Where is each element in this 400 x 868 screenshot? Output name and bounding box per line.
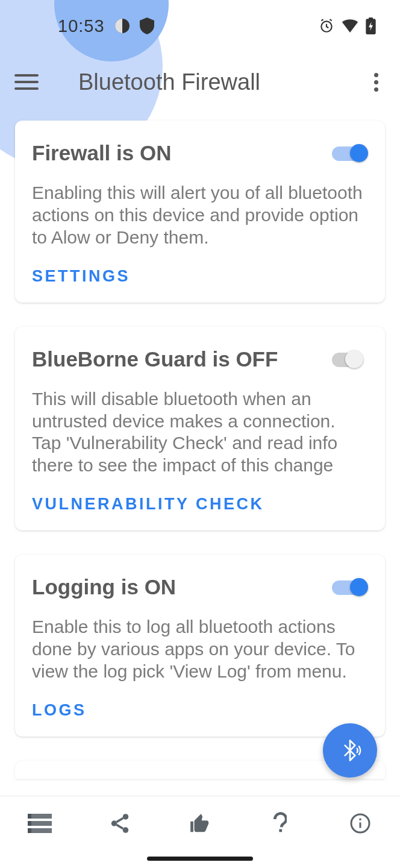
status-time: 10:53 [58, 16, 105, 36]
list-icon [28, 814, 52, 833]
svg-rect-7 [28, 814, 31, 819]
blueborne-title: BlueBorne Guard is OFF [32, 347, 278, 371]
bluetooth-icon [338, 738, 362, 763]
alarm-icon [319, 18, 334, 34]
battery-icon [366, 17, 376, 34]
firewall-toggle[interactable] [332, 144, 368, 162]
home-indicator[interactable] [147, 857, 253, 861]
app-title: Bluetooth Firewall [78, 69, 260, 95]
logging-desc: Enable this to log all bluetooth actions… [32, 616, 368, 683]
svg-point-10 [123, 814, 129, 820]
menu-button[interactable] [14, 74, 48, 90]
info-icon [349, 813, 371, 834]
dnd-icon [114, 18, 130, 34]
nav-like-button[interactable] [182, 805, 218, 841]
app-bar: Bluetooth Firewall [0, 52, 400, 112]
more-options-button[interactable] [364, 70, 388, 94]
status-bar: 10:53 [0, 0, 400, 52]
blueborne-desc: This will disable bluetooth when an untr… [32, 388, 368, 477]
svg-rect-8 [28, 821, 31, 826]
logging-card: Logging is ON Enable this to log all blu… [15, 555, 385, 737]
logging-toggle[interactable] [332, 578, 368, 596]
help-icon [273, 812, 287, 835]
firewall-card: Firewall is ON Enabling this will alert … [15, 121, 385, 303]
wifi-icon [342, 19, 358, 33]
nav-share-button[interactable] [102, 805, 138, 841]
svg-point-12 [123, 827, 129, 833]
nav-list-button[interactable] [22, 805, 58, 841]
logging-title: Logging is ON [32, 575, 176, 599]
bluetooth-scan-fab[interactable] [323, 723, 377, 778]
thumbs-up-icon [188, 812, 212, 835]
firewall-title: Firewall is ON [32, 141, 171, 165]
nav-help-button[interactable] [262, 805, 298, 841]
svg-rect-3 [369, 17, 373, 20]
svg-rect-9 [28, 828, 31, 833]
shield-icon [140, 17, 154, 34]
bottom-nav [0, 796, 400, 850]
firewall-desc: Enabling this will alert you of all blue… [32, 182, 368, 249]
content-scroll[interactable]: Firewall is ON Enabling this will alert … [0, 121, 400, 779]
blueborne-card: BlueBorne Guard is OFF This will disable… [15, 327, 385, 531]
logs-button[interactable]: LOGS [32, 701, 368, 720]
nav-info-button[interactable] [342, 805, 378, 841]
settings-button[interactable]: SETTINGS [32, 267, 368, 286]
blueborne-toggle[interactable] [332, 350, 368, 368]
svg-point-15 [359, 818, 361, 820]
svg-point-11 [111, 820, 117, 826]
share-icon [108, 812, 131, 835]
vulnerability-check-button[interactable]: VULNERABILITY CHECK [32, 495, 368, 514]
